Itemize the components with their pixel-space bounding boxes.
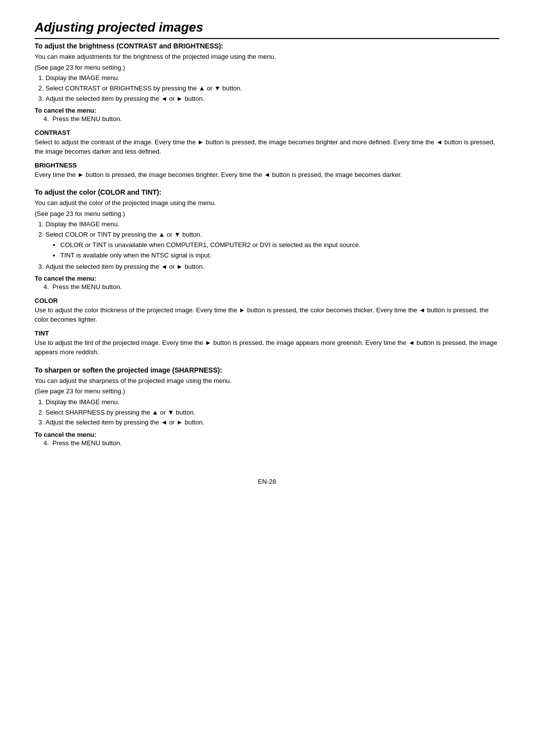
page-footer: EN-28: [35, 478, 499, 485]
see-page-sharpness: (See page 23 for menu setting.): [35, 386, 499, 396]
see-page-contrast-brightness: (See page 23 for menu setting.): [35, 63, 499, 73]
step-3-sh: Adjust the selected item by pressing the…: [45, 418, 499, 428]
cancel-label-cb: To cancel the menu:: [35, 107, 96, 114]
intro-contrast-brightness: You can make adjustments for the brightn…: [35, 52, 499, 62]
cancel-label-sh: To cancel the menu:: [35, 431, 96, 438]
steps-list-contrast-brightness: Display the IMAGE menu. Select CONTRAST …: [45, 73, 499, 104]
term-brightness: BRIGHTNESS Every time the ► button is pr…: [35, 162, 499, 180]
bullet-1-ct: COLOR or TINT is unavailable when COMPUT…: [60, 240, 499, 251]
term-tint-label: TINT: [35, 330, 499, 337]
term-contrast: CONTRAST Select to adjust the contrast o…: [35, 129, 499, 157]
section-heading-contrast-brightness: To adjust the brightness (CONTRAST and B…: [35, 42, 499, 50]
term-color: COLOR Use to adjust the color thickness …: [35, 297, 499, 325]
cancel-step-sh: 4. Press the MENU button.: [44, 439, 122, 447]
intro-color-tint: You can adjust the color of the projecte…: [35, 198, 499, 208]
term-tint: TINT Use to adjust the tint of the proje…: [35, 330, 499, 357]
term-brightness-desc: Every time the ► button is pressed, the …: [35, 170, 499, 180]
step-3-ct: Adjust the selected item by pressing the…: [45, 262, 499, 272]
steps-list-color-tint: Display the IMAGE menu. Select COLOR or …: [45, 219, 499, 272]
step-1-cb: Display the IMAGE menu.: [45, 73, 499, 84]
step-2-sh: Select SHARPNESS by pressing the ▲ or ▼ …: [45, 408, 499, 418]
cancel-label-ct: To cancel the menu:: [35, 275, 96, 282]
bullet-2-ct: TINT is available only when the NTSC sig…: [60, 251, 499, 261]
cancel-menu-cb: To cancel the menu: 4. Press the MENU bu…: [35, 107, 499, 124]
cancel-menu-ct: To cancel the menu: 4. Press the MENU bu…: [35, 275, 499, 292]
step2-bullets-ct: COLOR or TINT is unavailable when COMPUT…: [60, 240, 499, 261]
step-3-cb: Adjust the selected item by pressing the…: [45, 94, 499, 104]
cancel-step-cb: 4. Press the MENU button.: [44, 115, 122, 123]
cancel-menu-sh: To cancel the menu: 4. Press the MENU bu…: [35, 431, 499, 448]
section-heading-sharpness: To sharpen or soften the projected image…: [35, 366, 499, 374]
step-2-ct: Select COLOR or TINT by pressing the ▲ o…: [45, 230, 499, 260]
step-1-ct: Display the IMAGE menu.: [45, 219, 499, 230]
intro-sharpness: You can adjust the sharpness of the proj…: [35, 376, 499, 386]
term-color-desc: Use to adjust the color thickness of the…: [35, 305, 499, 325]
section-heading-color-tint: To adjust the color (COLOR and TINT):: [35, 188, 499, 196]
section-sharpness: To sharpen or soften the projected image…: [35, 366, 499, 448]
step-2-cb: Select CONTRAST or BRIGHTNESS by pressin…: [45, 84, 499, 94]
term-color-label: COLOR: [35, 297, 499, 304]
section-contrast-brightness: To adjust the brightness (CONTRAST and B…: [35, 42, 499, 179]
cancel-step-ct: 4. Press the MENU button.: [44, 283, 122, 291]
step-1-sh: Display the IMAGE menu.: [45, 397, 499, 408]
term-contrast-label: CONTRAST: [35, 129, 499, 136]
section-color-tint: To adjust the color (COLOR and TINT): Yo…: [35, 188, 499, 357]
term-brightness-label: BRIGHTNESS: [35, 162, 499, 169]
page-title: Adjusting projected images: [35, 20, 499, 39]
steps-list-sharpness: Display the IMAGE menu. Select SHARPNESS…: [45, 397, 499, 428]
see-page-color-tint: (See page 23 for menu setting.): [35, 209, 499, 219]
term-contrast-desc: Select to adjust the contrast of the ima…: [35, 137, 499, 157]
term-tint-desc: Use to adjust the tint of the projected …: [35, 338, 499, 357]
